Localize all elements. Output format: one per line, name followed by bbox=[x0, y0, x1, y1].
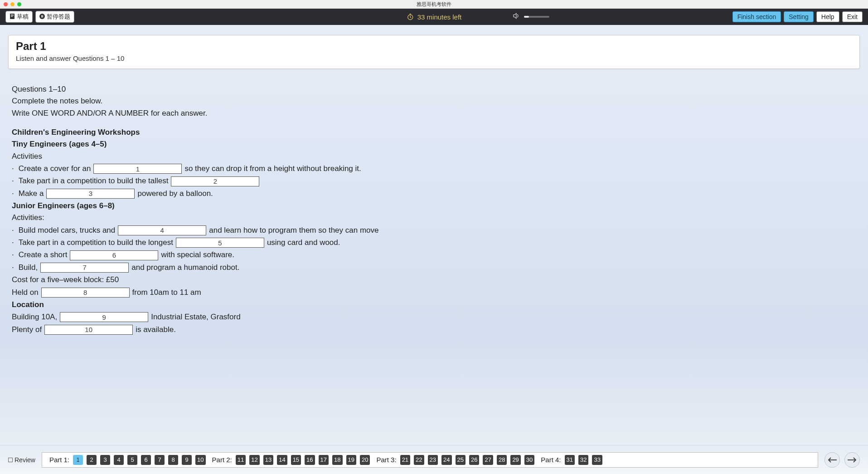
prev-arrow[interactable] bbox=[824, 452, 840, 468]
question-number-28[interactable]: 28 bbox=[497, 455, 507, 465]
help-button[interactable]: Help bbox=[816, 11, 839, 22]
question-number-30[interactable]: 30 bbox=[524, 455, 534, 465]
answer-blank-9[interactable]: 9 bbox=[60, 312, 148, 322]
svg-rect-2 bbox=[11, 15, 14, 16]
mac-zoom-dot[interactable] bbox=[17, 2, 21, 6]
question-number-24[interactable]: 24 bbox=[441, 455, 451, 465]
part-label: Part 1: bbox=[49, 456, 69, 464]
question-number-25[interactable]: 25 bbox=[456, 455, 466, 465]
draft-label: 草稿 bbox=[17, 13, 29, 21]
question-number-12[interactable]: 12 bbox=[249, 455, 259, 465]
document-icon bbox=[10, 13, 15, 21]
svg-rect-1 bbox=[11, 15, 14, 15]
instruction-line: Write ONE WORD AND/OR A NUMBER for each … bbox=[12, 108, 856, 119]
pause-button[interactable]: 暂停答题 bbox=[35, 11, 74, 23]
question-line: Create a short 6 with special software. bbox=[12, 249, 856, 261]
answer-blank-10[interactable]: 10 bbox=[44, 325, 133, 335]
review-checkbox[interactable]: Review bbox=[8, 456, 35, 464]
next-arrow[interactable] bbox=[844, 452, 860, 468]
cost-line: Cost for a five–week block: £50 bbox=[12, 274, 856, 286]
question-number-2[interactable]: 2 bbox=[87, 455, 97, 465]
question-number-26[interactable]: 26 bbox=[469, 455, 479, 465]
label: Activities: bbox=[12, 212, 856, 224]
question-number-15[interactable]: 15 bbox=[291, 455, 301, 465]
question-number-19[interactable]: 19 bbox=[346, 455, 356, 465]
answer-blank-6[interactable]: 6 bbox=[70, 250, 158, 260]
instruction-line: Questions 1–10 bbox=[12, 83, 856, 95]
part-label: Part 2: bbox=[212, 456, 232, 464]
part-label: Part 3: bbox=[376, 456, 396, 464]
question-number-8[interactable]: 8 bbox=[168, 455, 178, 465]
answer-blank-1[interactable]: 1 bbox=[93, 164, 182, 174]
question-number-33[interactable]: 33 bbox=[592, 455, 602, 465]
question-number-22[interactable]: 22 bbox=[414, 455, 424, 465]
answer-blank-8[interactable]: 8 bbox=[41, 288, 130, 298]
timer: 33 minutes left bbox=[407, 13, 462, 21]
window-title: 雅思哥机考软件 bbox=[417, 1, 451, 8]
stopwatch-icon bbox=[407, 13, 414, 20]
question-line: Build model cars, trucks and 4 and learn… bbox=[12, 225, 856, 236]
svg-line-10 bbox=[410, 17, 411, 18]
question-line: Build, 7 and program a humanoid robot. bbox=[12, 262, 856, 274]
question-number-6[interactable]: 6 bbox=[141, 455, 151, 465]
exit-button[interactable]: Exit bbox=[842, 11, 863, 22]
question-number-31[interactable]: 31 bbox=[565, 455, 575, 465]
svg-rect-6 bbox=[43, 15, 44, 17]
question-number-9[interactable]: 9 bbox=[182, 455, 192, 465]
svg-rect-8 bbox=[409, 14, 411, 15]
answer-blank-5[interactable]: 5 bbox=[176, 238, 264, 248]
mac-minimize-dot[interactable] bbox=[10, 2, 15, 6]
topbar: 草稿 暂停答题 33 minutes left Finish section S… bbox=[0, 9, 868, 25]
question-number-5[interactable]: 5 bbox=[127, 455, 137, 465]
svg-point-4 bbox=[39, 14, 45, 19]
question-line: Take part in a competition to build the … bbox=[12, 175, 856, 187]
question-line: Create a cover for an 1 so they can drop… bbox=[12, 163, 856, 175]
checkbox-icon bbox=[8, 458, 13, 462]
instruction-line: Complete the notes below. bbox=[12, 95, 856, 107]
question-number-17[interactable]: 17 bbox=[319, 455, 329, 465]
answer-blank-4[interactable]: 4 bbox=[118, 225, 206, 235]
question-number-11[interactable]: 11 bbox=[236, 455, 246, 465]
setting-button[interactable]: Setting bbox=[784, 11, 814, 22]
question-number-10[interactable]: 10 bbox=[195, 455, 205, 465]
question-number-18[interactable]: 18 bbox=[332, 455, 342, 465]
part-subtitle: Listen and answer Questions 1 – 10 bbox=[16, 54, 852, 62]
question-number-3[interactable]: 3 bbox=[100, 455, 110, 465]
question-number-13[interactable]: 13 bbox=[263, 455, 273, 465]
subsection-heading: Tiny Engineers (ages 4–5) bbox=[12, 138, 856, 150]
question-nav-strip[interactable]: Part 1:12345678910Part 2:111213141516171… bbox=[42, 452, 818, 468]
question-line: Held on 8 from 10am to 11 am bbox=[12, 287, 856, 298]
draft-button[interactable]: 草稿 bbox=[5, 11, 33, 23]
pause-label: 暂停答题 bbox=[47, 13, 70, 21]
question-number-1[interactable]: 1 bbox=[73, 455, 83, 465]
part-header-card: Part 1 Listen and answer Questions 1 – 1… bbox=[8, 35, 860, 69]
question-number-7[interactable]: 7 bbox=[155, 455, 165, 465]
arrow-left-icon bbox=[827, 457, 837, 463]
question-number-20[interactable]: 20 bbox=[360, 455, 370, 465]
question-number-23[interactable]: 23 bbox=[428, 455, 438, 465]
bottom-navigator: Review Part 1:12345678910Part 2:11121314… bbox=[0, 445, 868, 474]
svg-rect-3 bbox=[11, 16, 13, 17]
subsection-heading: Location bbox=[12, 299, 856, 311]
question-line: Building 10A, 9 Industrial Estate, Grasf… bbox=[12, 311, 856, 323]
timer-text: 33 minutes left bbox=[417, 13, 462, 21]
question-number-32[interactable]: 32 bbox=[578, 455, 588, 465]
volume-control[interactable] bbox=[512, 12, 549, 22]
arrow-right-icon bbox=[847, 457, 857, 463]
question-number-21[interactable]: 21 bbox=[400, 455, 410, 465]
mac-titlebar: 雅思哥机考软件 bbox=[0, 0, 868, 9]
part-title: Part 1 bbox=[16, 40, 852, 53]
answer-blank-7[interactable]: 7 bbox=[40, 263, 129, 273]
question-number-29[interactable]: 29 bbox=[510, 455, 520, 465]
question-number-4[interactable]: 4 bbox=[114, 455, 124, 465]
answer-blank-2[interactable]: 2 bbox=[171, 176, 259, 186]
answer-blank-3[interactable]: 3 bbox=[46, 189, 135, 199]
question-number-16[interactable]: 16 bbox=[305, 455, 315, 465]
question-line: Take part in a competition to build the … bbox=[12, 237, 856, 249]
question-number-14[interactable]: 14 bbox=[277, 455, 287, 465]
pause-icon bbox=[39, 14, 45, 20]
volume-slider[interactable] bbox=[524, 16, 549, 18]
finish-section-button[interactable]: Finish section bbox=[732, 11, 781, 22]
question-number-27[interactable]: 27 bbox=[483, 455, 493, 465]
mac-close-dot[interactable] bbox=[4, 2, 8, 6]
